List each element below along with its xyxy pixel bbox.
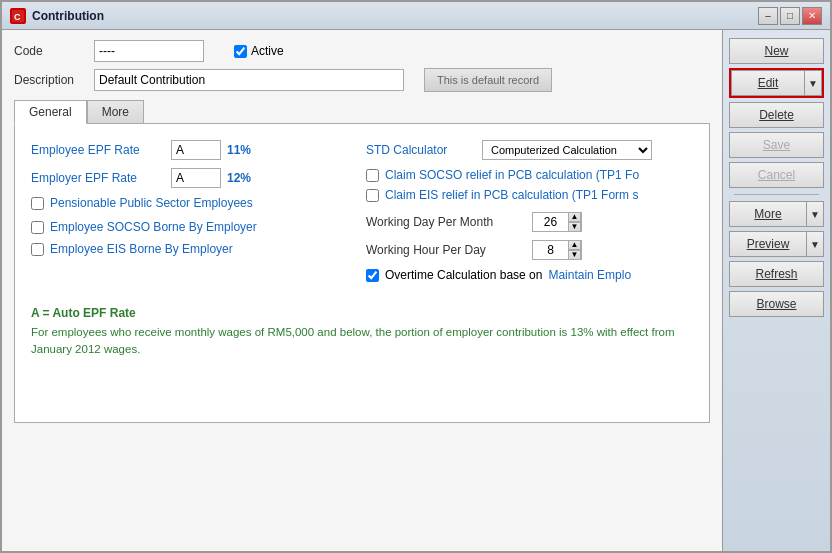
working-day-row: Working Day Per Month ▲ ▼ — [366, 212, 693, 232]
working-day-input[interactable] — [533, 213, 568, 231]
form-grid: Employee EPF Rate 11% Employer EPF Rate … — [27, 136, 697, 286]
claim-eis-text: Claim EIS relief in PCB calculation (TP1… — [385, 188, 638, 202]
employer-epf-row: Employer EPF Rate 12% — [31, 168, 358, 188]
tab-header: General More — [14, 100, 710, 123]
edit-button[interactable]: Edit — [731, 70, 804, 96]
pensionable-checkbox[interactable] — [31, 197, 44, 210]
employer-epf-input[interactable] — [171, 168, 221, 188]
app-icon: C — [10, 8, 26, 24]
working-hour-up[interactable]: ▲ — [568, 240, 581, 250]
delete-button[interactable]: Delete — [729, 102, 824, 128]
overtime-checkbox[interactable] — [366, 269, 379, 282]
active-checkbox[interactable] — [234, 45, 247, 58]
browse-button[interactable]: Browse — [729, 291, 824, 317]
code-input[interactable] — [94, 40, 204, 62]
working-hour-down[interactable]: ▼ — [568, 250, 581, 260]
claim-socso-text: Claim SOCSO relief in PCB calculation (T… — [385, 168, 639, 182]
new-button[interactable]: New — [729, 38, 824, 64]
employer-epf-pct: 12% — [227, 171, 251, 185]
code-label: Code — [14, 44, 94, 58]
description-input[interactable] — [94, 69, 404, 91]
working-day-down[interactable]: ▼ — [568, 222, 581, 232]
working-day-spinner[interactable]: ▲ ▼ — [532, 212, 582, 232]
working-hour-arrows: ▲ ▼ — [568, 240, 581, 260]
claim-socso-row: Claim SOCSO relief in PCB calculation (T… — [366, 168, 693, 182]
working-hour-label: Working Hour Per Day — [366, 243, 526, 257]
tab-content-general: Employee EPF Rate 11% Employer EPF Rate … — [14, 123, 710, 423]
preview-dropdown-arrow[interactable]: ▼ — [806, 231, 824, 257]
claim-eis-row: Claim EIS relief in PCB calculation (TP1… — [366, 188, 693, 202]
title-bar: C Contribution – □ ✕ — [2, 2, 830, 30]
main-window: C Contribution – □ ✕ Code Active De — [0, 0, 832, 553]
employee-eis-label: Employee EIS Borne By Employer — [50, 242, 233, 256]
tabs-container: General More Employee EPF Rate 11% — [14, 100, 710, 423]
svg-text:C: C — [14, 12, 21, 22]
refresh-button[interactable]: Refresh — [729, 261, 824, 287]
left-column: Employee EPF Rate 11% Employer EPF Rate … — [27, 136, 362, 286]
window-title: Contribution — [32, 9, 758, 23]
employee-epf-row: Employee EPF Rate 11% — [31, 140, 358, 160]
employee-socso-row: Employee SOCSO Borne By Employer — [31, 220, 358, 234]
working-day-up[interactable]: ▲ — [568, 212, 581, 222]
employee-socso-label: Employee SOCSO Borne By Employer — [50, 220, 257, 234]
info-title: A = Auto EPF Rate — [31, 306, 693, 320]
working-hour-input[interactable] — [533, 241, 568, 259]
maximize-button[interactable]: □ — [780, 7, 800, 25]
employee-epf-input[interactable] — [171, 140, 221, 160]
more-button[interactable]: More — [729, 201, 806, 227]
info-section: A = Auto EPF Rate For employees who rece… — [27, 302, 697, 363]
window-controls: – □ ✕ — [758, 7, 822, 25]
more-dropdown-arrow[interactable]: ▼ — [806, 201, 824, 227]
main-panel: Code Active Description This is default … — [2, 30, 722, 551]
employee-socso-checkbox[interactable] — [31, 221, 44, 234]
pensionable-row: Pensionable Public Sector Employees — [31, 196, 358, 210]
claim-socso-checkbox[interactable] — [366, 169, 379, 182]
std-select[interactable]: Computerized Calculation — [482, 140, 652, 160]
preview-split-button: Preview ▼ — [729, 231, 824, 257]
overtime-row: Overtime Calculation base on Maintain Em… — [366, 268, 693, 282]
divider-1 — [734, 194, 819, 195]
close-button[interactable]: ✕ — [802, 7, 822, 25]
minimize-button[interactable]: – — [758, 7, 778, 25]
edit-split-button: Edit ▼ — [729, 68, 824, 98]
claim-eis-checkbox[interactable] — [366, 189, 379, 202]
working-day-arrows: ▲ ▼ — [568, 212, 581, 232]
right-column: STD Calculator Computerized Calculation … — [362, 136, 697, 286]
employee-eis-checkbox[interactable] — [31, 243, 44, 256]
employee-eis-row: Employee EIS Borne By Employer — [31, 242, 358, 256]
more-split-button: More ▼ — [729, 201, 824, 227]
overtime-blue-text: Maintain Emplo — [548, 268, 631, 282]
std-row: STD Calculator Computerized Calculation — [366, 140, 693, 160]
working-hour-spinner[interactable]: ▲ ▼ — [532, 240, 582, 260]
edit-dropdown-arrow[interactable]: ▼ — [804, 70, 822, 96]
tab-general[interactable]: General — [14, 100, 87, 124]
default-record-button: This is default record — [424, 68, 552, 92]
preview-button[interactable]: Preview — [729, 231, 806, 257]
working-hour-row: Working Hour Per Day ▲ ▼ — [366, 240, 693, 260]
tab-more[interactable]: More — [87, 100, 144, 123]
active-label: Active — [251, 44, 284, 58]
cancel-button[interactable]: Cancel — [729, 162, 824, 188]
employer-epf-label: Employer EPF Rate — [31, 171, 171, 185]
save-button[interactable]: Save — [729, 132, 824, 158]
description-row: Description This is default record — [14, 68, 710, 92]
employee-epf-label: Employee EPF Rate — [31, 143, 171, 157]
right-sidebar: New Edit ▼ Delete Save Cancel More ▼ Pre… — [722, 30, 830, 551]
content-area: Code Active Description This is default … — [2, 30, 830, 551]
employee-epf-pct: 11% — [227, 143, 251, 157]
pensionable-label: Pensionable Public Sector Employees — [50, 196, 253, 210]
active-section: Active — [234, 44, 284, 58]
info-text: For employees who receive monthly wages … — [31, 324, 693, 359]
code-row: Code Active — [14, 40, 710, 62]
overtime-text: Overtime Calculation base on — [385, 268, 542, 282]
working-day-label: Working Day Per Month — [366, 215, 526, 229]
std-label: STD Calculator — [366, 143, 476, 157]
description-label: Description — [14, 73, 94, 87]
